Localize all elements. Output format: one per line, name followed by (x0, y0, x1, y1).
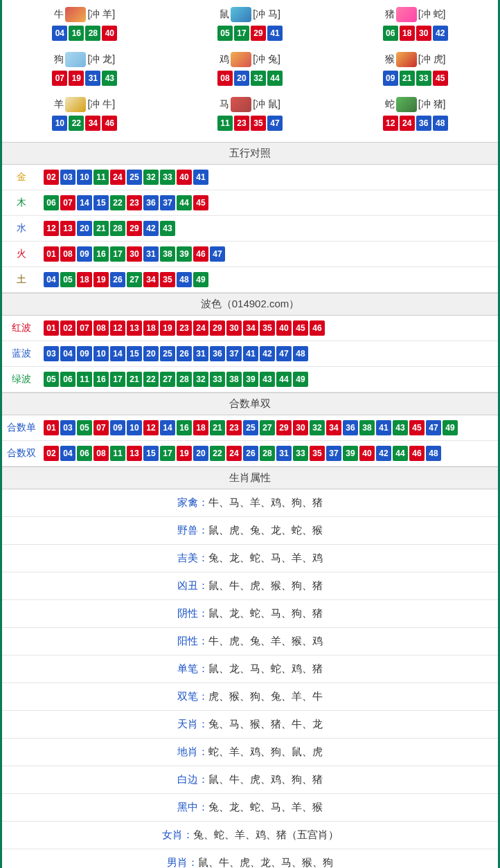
zodiac-cell: 蛇[冲 猪]12243648 (332, 93, 498, 138)
zodiac-title: 马[冲 鼠] (168, 97, 333, 112)
number-ball: 41 (267, 26, 283, 41)
zodiac-name: 猴 (385, 53, 395, 66)
number-ball: 09 (383, 71, 398, 86)
number-ball: 40 (359, 446, 375, 461)
number-ball: 32 (143, 170, 159, 185)
attr-value: 兔、龙、蛇、马、羊、猴 (208, 801, 323, 813)
wuxing-section: 金02031011242532334041木060714152223363744… (2, 165, 498, 293)
number-ball: 09 (77, 246, 92, 262)
attr-label: 野兽： (177, 524, 208, 536)
number-ball: 12 (110, 320, 125, 336)
number-ball: 30 (293, 420, 308, 435)
number-ball: 09 (77, 346, 92, 361)
number-ball: 37 (160, 195, 175, 210)
table-row: 水1213202128294243 (2, 216, 498, 242)
number-ball: 39 (177, 246, 192, 262)
number-ball: 01 (44, 420, 59, 435)
attr-row: 女肖：兔、蛇、羊、鸡、猪（五宫肖） (2, 822, 498, 849)
attr-value: 鼠、牛、虎、鸡、狗、猪 (208, 773, 323, 785)
row-content: 0108091617303138394647 (40, 242, 498, 266)
attr-label: 天肖： (177, 718, 208, 730)
number-ball: 11 (217, 116, 233, 131)
number-ball: 17 (110, 246, 125, 262)
row-content: 0204060811131517192022242628313335373940… (40, 441, 498, 466)
main-container: 牛[冲 羊]04162840鼠[冲 马]05172941猪[冲 蛇]061830… (0, 0, 500, 868)
number-ball: 14 (160, 420, 175, 435)
attr-row: 吉美：兔、龙、蛇、马、羊、鸡 (2, 545, 498, 572)
table-row: 合数双0204060811131517192022242628313335373… (2, 441, 498, 467)
number-ball: 38 (160, 246, 175, 262)
number-ball: 44 (267, 71, 283, 86)
number-ball: 06 (44, 195, 59, 210)
number-ball: 12 (44, 221, 59, 236)
zodiac-icon (65, 52, 86, 67)
number-ball: 48 (177, 272, 192, 287)
number-ball: 15 (93, 195, 109, 210)
attr-label: 单笔： (177, 662, 208, 674)
number-ball: 08 (217, 71, 233, 86)
zodiac-title: 猪[冲 蛇] (332, 7, 498, 22)
number-ball: 43 (393, 420, 408, 435)
number-ball: 25 (243, 420, 258, 435)
number-ball: 49 (293, 372, 308, 387)
zodiac-numbers: 04162840 (2, 25, 168, 42)
number-ball: 05 (44, 372, 59, 387)
number-ball: 33 (293, 446, 308, 461)
attr-value: 蛇、羊、鸡、狗、鼠、虎 (208, 745, 323, 757)
row-content: 06071415222336374445 (40, 190, 498, 215)
zodiac-conflict: [冲 虎] (418, 53, 446, 66)
number-ball: 24 (110, 170, 125, 185)
number-ball: 33 (160, 170, 175, 185)
bose-section: 红波0102070812131819232429303435404546蓝波03… (2, 316, 498, 392)
number-ball: 39 (243, 372, 258, 387)
attr-row: 男肖：鼠、牛、虎、龙、马、猴、狗 (2, 849, 498, 868)
zodiac-cell: 鸡[冲 兔]08203244 (168, 48, 333, 93)
number-ball: 06 (383, 26, 398, 41)
zodiac-conflict: [冲 羊] (87, 8, 115, 21)
number-ball: 46 (193, 246, 208, 262)
number-ball: 03 (44, 346, 59, 361)
attr-row: 天肖：兔、马、猴、猪、牛、龙 (2, 711, 498, 739)
row-label: 蓝波 (2, 342, 40, 365)
number-ball: 20 (234, 71, 249, 86)
zodiac-numbers: 11233547 (168, 115, 333, 132)
number-ball: 40 (276, 320, 292, 336)
number-ball: 03 (60, 420, 75, 435)
number-ball: 46 (102, 116, 117, 131)
number-ball: 46 (409, 446, 425, 461)
row-content: 04051819262734354849 (40, 267, 498, 292)
number-ball: 07 (60, 195, 75, 210)
number-ball: 04 (44, 272, 59, 287)
number-ball: 29 (210, 320, 225, 336)
number-ball: 49 (193, 272, 208, 287)
number-ball: 36 (343, 420, 358, 435)
number-ball: 22 (110, 195, 125, 210)
attr-label: 黑中： (177, 801, 208, 813)
number-ball: 32 (193, 372, 208, 387)
number-ball: 17 (110, 372, 125, 387)
heshu-header: 合数单双 (2, 392, 498, 415)
number-ball: 08 (60, 246, 75, 262)
number-ball: 18 (77, 272, 92, 287)
zodiac-cell: 鼠[冲 马]05172941 (168, 3, 333, 48)
attr-label: 阳性： (177, 635, 208, 647)
number-ball: 04 (60, 446, 75, 461)
zodiac-icon (231, 97, 251, 112)
number-ball: 05 (60, 272, 75, 287)
number-ball: 35 (251, 116, 266, 131)
number-ball: 49 (443, 420, 458, 435)
number-ball: 25 (160, 346, 175, 361)
table-row: 合数单0103050709101214161821232527293032343… (2, 415, 498, 441)
attr-label: 地肖： (177, 745, 208, 757)
number-ball: 15 (143, 446, 159, 461)
attr-row: 家禽：牛、马、羊、鸡、狗、猪 (2, 489, 498, 517)
row-label: 合数双 (2, 442, 40, 465)
number-ball: 27 (160, 372, 175, 387)
number-ball: 16 (177, 420, 192, 435)
attr-value: 鼠、牛、虎、猴、狗、猪 (208, 579, 323, 591)
number-ball: 07 (77, 320, 92, 336)
number-ball: 47 (210, 246, 225, 262)
table-row: 绿波05061116172122272832333839434449 (2, 367, 498, 392)
attr-label: 凶丑： (177, 579, 208, 591)
zodiac-conflict: [冲 牛] (87, 98, 115, 111)
